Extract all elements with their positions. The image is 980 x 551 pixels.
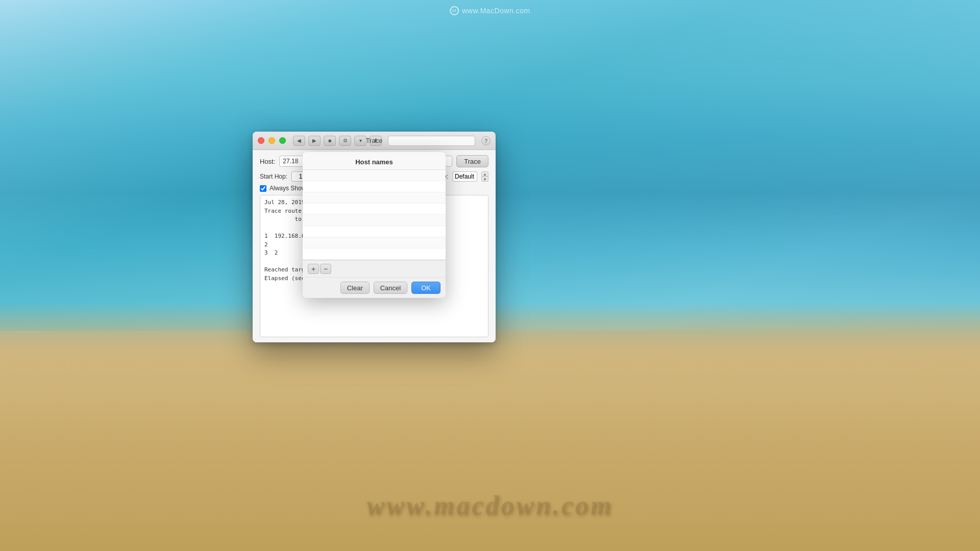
ok-button[interactable]: OK [411, 282, 440, 294]
modal-list[interactable] [303, 170, 446, 260]
cancel-button[interactable]: Cancel [374, 282, 407, 294]
list-item [303, 215, 446, 226]
list-item [303, 248, 446, 260]
main-window: ◀ ▶ ■ ⚙ ▾ ⬇ Trace ? Host: Trace Start Ho… [253, 132, 496, 342]
modal-toolbar: + − [303, 260, 446, 277]
list-item [303, 226, 446, 237]
modal-buttons: Clear Cancel OK [303, 277, 446, 298]
list-item [303, 192, 446, 204]
watermark-url: www.MacDown.com [462, 7, 530, 15]
list-item [303, 204, 446, 215]
remove-hostname-button[interactable]: − [320, 264, 331, 274]
modal-sheet: Host names + − Clear Cancel [303, 152, 446, 298]
sand-watermark-text: www.macdown.com [367, 490, 614, 520]
clear-button[interactable]: Clear [340, 282, 370, 294]
watermark-logo: M [450, 6, 459, 15]
modal-header: Host names [303, 152, 446, 170]
watermark-top: M www.MacDown.com [450, 6, 530, 15]
modal-title: Host names [355, 158, 393, 166]
list-item [303, 170, 446, 181]
modal-overlay: Host names + − Clear Cancel [253, 132, 496, 342]
add-hostname-button[interactable]: + [308, 264, 319, 274]
list-item [303, 181, 446, 192]
list-item [303, 237, 446, 248]
